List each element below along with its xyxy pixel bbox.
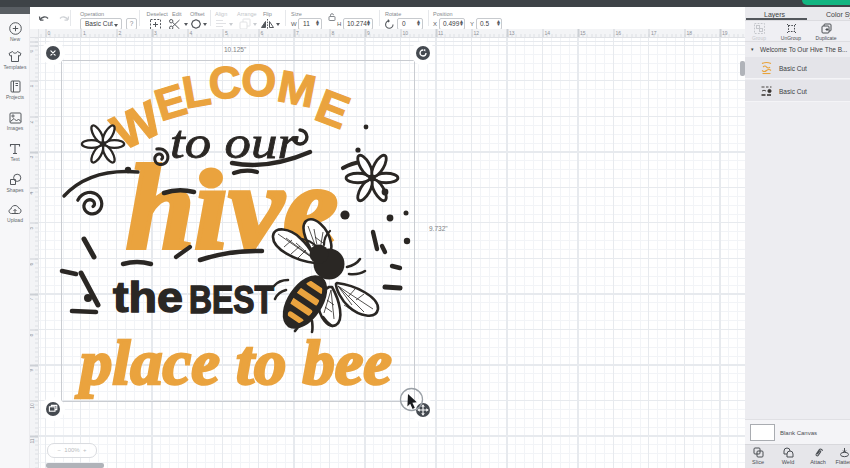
svg-text:C: C <box>207 56 243 109</box>
svg-text:the: the <box>113 273 183 321</box>
svg-text:O: O <box>240 54 278 107</box>
svg-text:BEST: BEST <box>189 278 274 321</box>
svg-text:M: M <box>274 60 321 117</box>
svg-text:place to bee: place to bee <box>75 327 392 398</box>
